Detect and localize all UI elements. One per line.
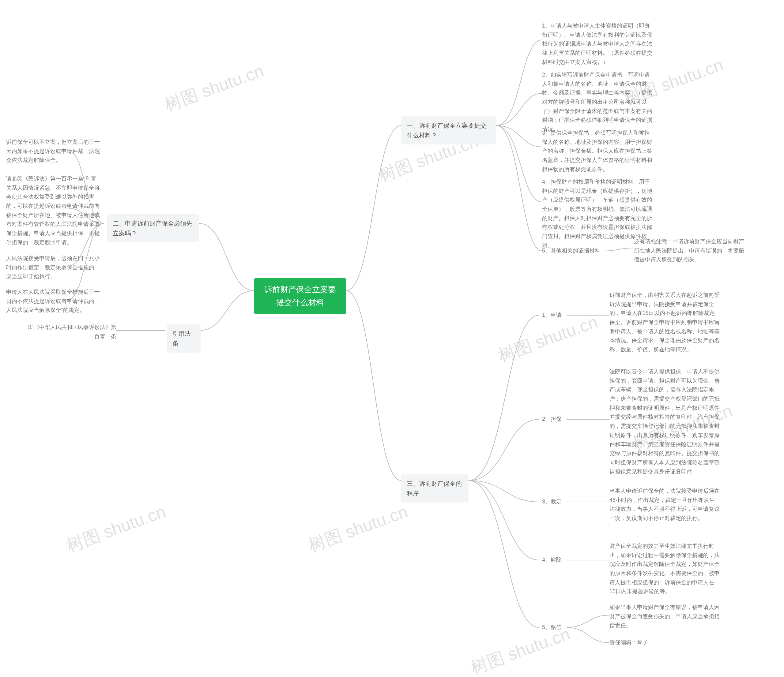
law-item-1: [1]《中华人民共和国民事诉讼法》第一百零一条 xyxy=(25,323,117,341)
section2-item-3: 人民法院接受申请后，必须在四十八小时内作出裁定；裁定采取保全措施的，应当立即开始… xyxy=(6,254,101,281)
section1-item-3: 3、提供保全担保书。必须写明担保人和被担保人的名称、地址及担保的内容、用于担保财… xyxy=(542,129,652,174)
branch-section3[interactable]: 三、诉前财产保全的程序 xyxy=(401,474,468,503)
branch-section1[interactable]: 一、诉前财产保全立案要提交什么材料？ xyxy=(401,116,496,144)
section3-editor: 责任编辑：琴子 xyxy=(610,638,648,647)
branch-law[interactable]: 引用法条 xyxy=(167,325,201,352)
section1-item-2: 2、如实填写诉前财产保全申请书。写明申请人和被申请人的名称、地址。申请保全的财物… xyxy=(542,70,652,134)
section2-item-1: 诉前保全可以不立案，但立案后的三十天内如果不提起诉讼或申请仲裁，法院会依法裁定解… xyxy=(6,138,101,165)
section2-item-2: 请参阅《民诉法》第一百零一条"利害关系人因情况紧急，不立即申请保全将会使其合法权… xyxy=(6,174,101,247)
section3-label-1: 1、申请 xyxy=(542,311,562,320)
section3-text-4: 财产保全裁定的效力至生效法律文书执行时止，如果诉讼过程中需要解除保全措施的，法院… xyxy=(610,542,720,596)
section3-label-3: 3、裁定 xyxy=(542,497,562,506)
watermark: 树图 shutu.cn xyxy=(162,59,267,116)
section3-text-3: 当事人申请诉前保全的，法院接受申请后须在48小时内，作出裁定，裁定一旦作出即发生… xyxy=(610,487,720,523)
mindmap-root: 树图 shutu.cn 树图 shutu.cn 树图 shutu.cn 树图 s… xyxy=(0,0,784,677)
section1-note: 还有请您注意：申请诉前财产保全应当向财产所在地人民法院提出。申请有错误的，将要赔… xyxy=(634,237,744,264)
root-node[interactable]: 诉前财产保全立案要提交什么材料 xyxy=(254,278,346,314)
section3-label-5: 5、赔偿 xyxy=(542,623,562,632)
section3-label-2: 2、担保 xyxy=(542,415,562,424)
watermark: 树图 shutu.cn xyxy=(64,500,169,557)
section1-item-1: 1、申请人与被申请人主体资格的证明（即身份证明）。申请人依法享有权利的凭证以及侵… xyxy=(542,22,652,67)
section3-text-2: 法院可以责令申请人提供担保，申请人不提供担保的，驳回申请。担保财产可以为现金、房… xyxy=(610,367,720,476)
section2-item-4: 申请人在人民法院采取保全措施后三十日内不依法提起诉讼或者申请仲裁的，人民法院应当… xyxy=(6,288,101,315)
watermark: 树图 shutu.cn xyxy=(305,500,411,557)
section1-item-5: 5、其他相关的证据材料。 xyxy=(542,246,606,256)
section3-text-5: 如果当事人申请财产保全有错误，被申请人因财产被保全而遭受损失的，申请人应当承担赔… xyxy=(610,603,720,630)
branch-section2[interactable]: 二、申请诉前财产保全必须先立案吗？ xyxy=(107,214,199,242)
section3-label-4: 4、解除 xyxy=(542,556,562,565)
section3-text-1: 诉前财产保全，由利害关系人在起诉之前向受诉法院提出申请。法院接受申请并裁定保全的… xyxy=(610,291,720,354)
